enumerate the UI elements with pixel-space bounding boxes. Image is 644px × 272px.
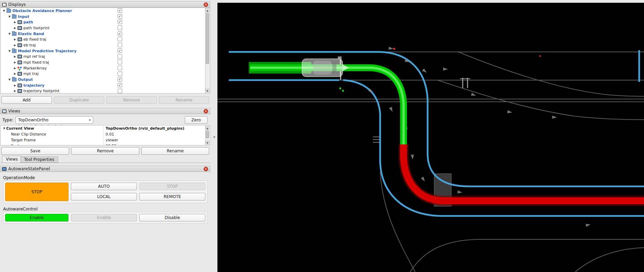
expander-icon[interactable]: ▶ [13, 55, 17, 58]
tree-item-checkbox[interactable]: ✓ [118, 20, 122, 24]
tree-item-checkbox[interactable] [118, 43, 122, 47]
folder-icon [7, 9, 11, 13]
expander-icon[interactable]: ▶ [13, 26, 17, 30]
tree-row-obstacle-avoidance-planner[interactable]: ▼ Obstacle Avoidance Planner ✓ [1, 8, 210, 14]
tree-item-checkbox[interactable] [118, 25, 122, 30]
tree-item-checkbox[interactable] [118, 72, 122, 76]
expander-icon[interactable]: ▼ [2, 9, 6, 12]
tree-item-label: trajectory [23, 83, 44, 88]
tree-row-mpt-fixed-traj[interactable]: ▶ mpt fixed traj [1, 59, 210, 65]
chevron-down-icon: ▾ [89, 117, 91, 123]
panel-collapse-handle[interactable]: ◂ [211, 135, 217, 140]
remote-button[interactable]: REMOTE [139, 193, 205, 200]
tree-row-trajectory-footprint[interactable]: ▶ trajectory footprint [1, 88, 210, 94]
property-row-target-frame[interactable]: Target Frame viewer [1, 137, 210, 143]
displays-close-icon[interactable]: ✕ [204, 2, 208, 7]
tree-item-checkbox[interactable]: ✓ [118, 31, 122, 36]
tree-row-mpt-ref-traj[interactable]: ▶ mpt ref traj [1, 54, 210, 60]
scroll-up-icon[interactable]: ▲ [205, 8, 210, 12]
add-button[interactable]: Add [1, 96, 52, 104]
tree-row-eb-traj[interactable]: ▶ eb traj [1, 42, 210, 48]
displays-titlebar[interactable]: Displays ✕ [0, 1, 210, 8]
expander-icon[interactable]: ▶ [13, 38, 17, 41]
scrollbar-thumb[interactable] [206, 13, 209, 64]
property-row-near-clip[interactable]: Near Clip Distance 0.01 [1, 131, 210, 137]
tree-row-trajectory[interactable]: ▶ trajectory ✓ [1, 83, 210, 88]
property-value[interactable]: 26.55 [103, 143, 210, 145]
expander-icon[interactable]: ▶ [13, 89, 17, 93]
tree-row-path-footprint[interactable]: ▶ path footprint [1, 25, 210, 31]
stop-button: STOP [139, 183, 205, 190]
scroll-down-icon[interactable]: ▼ [205, 141, 210, 145]
tree-item-checkbox[interactable]: ✓ [118, 77, 122, 81]
tree-item-checkbox[interactable] [118, 54, 122, 59]
tree-item-checkbox[interactable] [118, 60, 122, 64]
tree-row-output[interactable]: ▼ Output ✓ [1, 77, 210, 83]
expander-icon[interactable]: ▶ [13, 61, 17, 64]
expander-icon[interactable]: ▼ [8, 78, 11, 81]
rename-view-button[interactable]: Rename [141, 147, 209, 155]
remove-button: Remove [106, 96, 157, 104]
map-scene [217, 3, 644, 272]
save-button[interactable]: Save [1, 147, 69, 155]
auto-button[interactable]: AUTO [71, 183, 137, 190]
property-value: TopDownOrtho (rviz_default_plugins) [103, 126, 210, 131]
tree-row-model-predictive-trajectory[interactable]: ▼ Model Predictive Trajectory ✓ [1, 48, 210, 54]
tree-item-checkbox[interactable]: ✓ [118, 14, 122, 19]
zero-button[interactable]: Zero [185, 116, 207, 124]
tree-item-checkbox[interactable] [118, 37, 122, 41]
property-row-scale[interactable]: Scale 26.55 [1, 143, 210, 145]
view-properties-scrollbar[interactable]: ▲ ▼ [205, 126, 210, 145]
tree-row-eb-fixed-traj[interactable]: ▶ eb fixed traj [1, 36, 210, 42]
views-titlebar[interactable]: Views ✕ [0, 108, 210, 114]
operation-mode-label: OperationMode [3, 175, 35, 180]
expander-icon[interactable]: ▶ [13, 72, 17, 75]
tree-item-label: path [23, 20, 33, 24]
property-row-current-view[interactable]: ▼ Current View TopDownOrtho (rviz_defaul… [1, 126, 210, 131]
scroll-up-icon[interactable]: ▲ [205, 126, 210, 130]
tree-item-checkbox[interactable]: ✓ [118, 48, 122, 53]
expander-icon[interactable]: ▼ [8, 15, 11, 18]
displays-tree-scrollbar[interactable]: ▲ ▼ [205, 8, 210, 93]
tree-item-checkbox[interactable] [118, 66, 122, 70]
display-icon [18, 37, 22, 41]
tree-row-elastic-band[interactable]: ▼ Elastic Band ✓ [1, 31, 210, 37]
tree-item-checkbox[interactable] [118, 89, 122, 93]
tab-views[interactable]: Views [2, 156, 22, 163]
expander-icon[interactable]: ▶ [13, 21, 17, 24]
property-value[interactable]: 0.01 [103, 131, 210, 137]
operation-mode-group: STOP AUTO STOP LOCAL REMOTE [3, 181, 207, 203]
tree-item-checkbox[interactable]: ✓ [118, 8, 122, 13]
property-name: Scale [6, 144, 103, 145]
expander-icon[interactable]: ▼ [8, 32, 11, 35]
disable-button[interactable]: Disable [139, 214, 205, 221]
remove-view-button[interactable]: Remove [71, 147, 139, 155]
tree-row-input[interactable]: ▼ Input ✓ [1, 14, 210, 20]
tree-row-path[interactable]: ▶ path ✓ [1, 19, 210, 25]
expander-icon[interactable]: ▶ [13, 44, 17, 47]
tree-item-label: MarkerArray [23, 66, 47, 70]
property-name: Current View [6, 126, 103, 131]
tab-tool-properties[interactable]: Tool Properties [20, 156, 58, 163]
scroll-down-icon[interactable]: ▼ [205, 89, 210, 93]
expander-icon[interactable]: ▶ [13, 67, 17, 70]
local-button[interactable]: LOCAL [71, 193, 137, 200]
displays-panel-icon [2, 3, 7, 7]
tree-row-mpt-traj[interactable]: ▶ mpt traj [1, 71, 210, 77]
tree-item-label: trajectory footprint [23, 89, 60, 93]
tree-item-label: eb fixed traj [23, 37, 46, 42]
expander-icon[interactable]: ▶ [13, 84, 17, 87]
tree-item-checkbox[interactable]: ✓ [118, 83, 122, 87]
view-type-dropdown[interactable]: TopDownOrtho (rviz_default_plugins) ▾ [15, 116, 93, 124]
autoware-close-icon[interactable]: ✕ [204, 167, 208, 171]
property-value[interactable]: viewer [103, 137, 210, 143]
tree-item-label: Elastic Band [18, 32, 44, 36]
render-view[interactable] [217, 3, 644, 272]
scrollbar-thumb[interactable] [206, 131, 209, 138]
autoware-state-titlebar[interactable]: AutowareStatePanel ✕ [0, 166, 210, 172]
expander-icon[interactable]: ▼ [2, 127, 6, 130]
tree-item-label: mpt traj [23, 72, 39, 76]
tree-row-marker-array[interactable]: ▶ MarkerArray [1, 65, 210, 71]
expander-icon[interactable]: ▼ [8, 50, 11, 53]
views-close-icon[interactable]: ✕ [204, 109, 208, 113]
